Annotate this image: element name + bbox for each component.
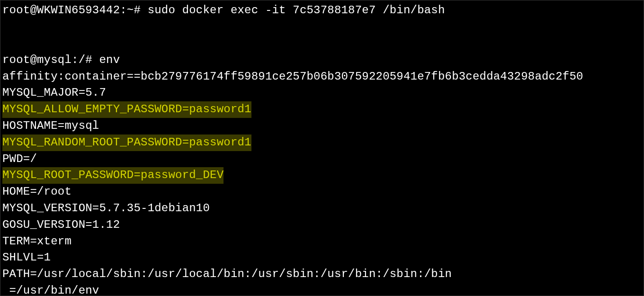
command-text-2: env	[99, 54, 120, 66]
command-line-2: root@mysql:/# env	[2, 52, 642, 69]
env-affinity: affinity:container==bcb279776174ff59891c…	[2, 69, 642, 85]
command-line-1: root@WKWIN6593442:~# sudo docker exec -i…	[2, 2, 642, 19]
prompt-host-1: root@WKWIN6593442:~#	[2, 4, 148, 17]
env-mysql-major: MYSQL_MAJOR=5.7	[2, 85, 642, 101]
env-mysql-allow-empty-line: MYSQL_ALLOW_EMPTY_PASSWORD=password1	[2, 101, 642, 118]
env-mysql-allow-empty: MYSQL_ALLOW_EMPTY_PASSWORD=password1	[2, 101, 251, 118]
env-hostname: HOSTNAME=mysql	[2, 118, 642, 135]
env-gosu-version: GOSU_VERSION=1.12	[2, 217, 642, 233]
env-home: HOME=/root	[2, 184, 642, 200]
env-mysql-root-password: MYSQL_ROOT_PASSWORD=password_DEV	[2, 167, 224, 184]
prompt-host-2: root@mysql:/#	[2, 54, 99, 66]
env-term: TERM=xterm	[2, 233, 642, 250]
env-mysql-random-root-line: MYSQL_RANDOM_ROOT_PASSWORD=password1	[2, 135, 642, 151]
command-text-1: sudo docker exec -it 7c53788187e7 /bin/b…	[148, 4, 445, 17]
env-mysql-version: MYSQL_VERSION=5.7.35-1debian10	[2, 200, 642, 217]
output-spacer	[2, 19, 642, 52]
env-mysql-root-password-line: MYSQL_ROOT_PASSWORD=password_DEV	[2, 167, 642, 184]
env-pwd: PWD=/	[2, 151, 642, 168]
env-shlvl: SHLVL=1	[2, 250, 642, 266]
env-underscore: =/usr/bin/env	[2, 283, 642, 296]
env-mysql-random-root: MYSQL_RANDOM_ROOT_PASSWORD=password1	[2, 135, 251, 151]
env-path: PATH=/usr/local/sbin:/usr/local/bin:/usr…	[2, 266, 642, 283]
